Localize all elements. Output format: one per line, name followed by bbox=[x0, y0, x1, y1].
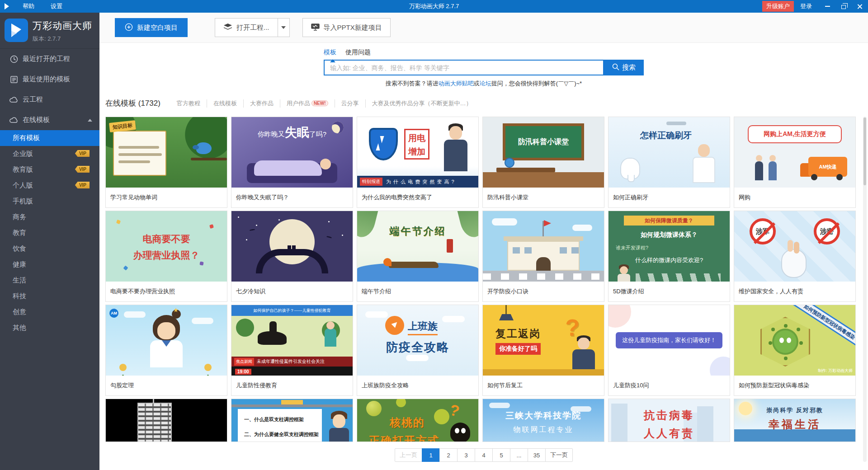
template-card[interactable]: ? 核桃的 正确打开方式 bbox=[357, 399, 479, 442]
template-card[interactable]: 涉军 涉密 维护国家安全，人人有责 bbox=[734, 211, 856, 302]
app-logo-block: 万彩动画大师 版本: 2.7.7 bbox=[0, 13, 99, 49]
sidebar-category-education[interactable]: 教育 bbox=[0, 225, 99, 241]
thumb-text: 特别报道 bbox=[360, 178, 382, 186]
sidebar-item-online-templates[interactable]: 在线模板 bbox=[0, 110, 99, 130]
thumb-text: 三峡大学科技学院 bbox=[483, 410, 604, 422]
search-input[interactable] bbox=[324, 60, 604, 75]
sidebar-category-personal[interactable]: 个人版VIP bbox=[0, 178, 99, 193]
template-card[interactable] bbox=[105, 399, 227, 442]
scrollbar-track[interactable] bbox=[863, 117, 867, 462]
tieba-link[interactable]: 动画大师贴吧 bbox=[439, 80, 474, 87]
sidebar-item-cloud-projects[interactable]: 云工程 bbox=[0, 89, 99, 110]
template-card[interactable]: 用电增加 特别报道 为 什 么 电 费 突 然 变 高 ? 为什么我的电费突然变… bbox=[357, 117, 479, 208]
online-templates-count: 在线模板 (1732) bbox=[105, 98, 160, 108]
sidebar-category-life[interactable]: 生活 bbox=[0, 273, 99, 288]
sidebar-item-recent-templates[interactable]: 最近使用的模板 bbox=[0, 69, 99, 89]
sidebar-category-creative[interactable]: 创意 bbox=[0, 304, 99, 320]
decor bbox=[118, 153, 162, 156]
pagination-prev[interactable]: 上一页 bbox=[395, 448, 422, 462]
hint-text: 搜索不到答案？请进 bbox=[386, 80, 439, 87]
template-card[interactable]: 抗击病毒 人人有责 bbox=[608, 399, 730, 442]
filter-contest-works[interactable]: 大赛作品 bbox=[243, 99, 280, 108]
category-label: 健康 bbox=[13, 260, 26, 269]
template-card[interactable]: 端午节介绍 端午节介绍 bbox=[357, 211, 479, 302]
pagination-page-2[interactable]: 2 bbox=[439, 448, 458, 462]
pagination-page-1[interactable]: 1 bbox=[422, 448, 440, 462]
menu-settings[interactable]: 设置 bbox=[42, 0, 71, 13]
pagination-ellipsis[interactable]: ... bbox=[510, 448, 528, 462]
template-card[interactable]: 这份儿童防疫指南，家长们请收好！ 儿童防疫10问 bbox=[608, 305, 730, 396]
sidebar-category-food[interactable]: 饮食 bbox=[0, 241, 99, 257]
sidebar-category-mobile[interactable]: 手机版 bbox=[0, 193, 99, 209]
filter-online-templates[interactable]: 在线模板 bbox=[207, 99, 243, 108]
thumb-text: 为 什 么 电 费 突 然 变 高 ? bbox=[386, 179, 455, 185]
pagination-page-35[interactable]: 35 bbox=[528, 448, 546, 462]
sidebar-category-enterprise[interactable]: 企业版VIP bbox=[0, 146, 99, 162]
sidebar-category-health[interactable]: 健康 bbox=[0, 257, 99, 273]
sidebar-category-technology[interactable]: 科技 bbox=[0, 288, 99, 304]
vip-badge: VIP bbox=[75, 166, 90, 173]
template-card[interactable]: 开学防疫小口诀 bbox=[482, 211, 604, 302]
filter-official-tutorials[interactable]: 官方教程 bbox=[170, 99, 207, 108]
sidebar-category-other[interactable]: 其他 bbox=[0, 320, 99, 336]
search-button[interactable]: 搜索 bbox=[604, 60, 644, 75]
template-card[interactable]: 如何保障微课质量？ 如何规划微课体系？ 谁来开发课程? 什么样的微课内容受欢迎?… bbox=[608, 211, 730, 302]
sidebar-item-label: 云工程 bbox=[23, 95, 43, 104]
template-card[interactable]: 电商要不要办理营业执照？ 电商要不要办理营业执照 bbox=[105, 211, 227, 302]
filter-bar: 在线模板 (1732) 官方教程 在线模板 大赛作品 用户作品NEW! 云分享 … bbox=[99, 91, 868, 114]
filter-user-works[interactable]: 用户作品NEW! bbox=[280, 99, 335, 108]
bird-decor bbox=[250, 229, 255, 231]
pagination-page-3[interactable]: 3 bbox=[457, 448, 475, 462]
template-card[interactable]: 七夕冷知识 bbox=[231, 211, 353, 302]
sidebar-category-all[interactable]: 所有模板 bbox=[0, 130, 99, 146]
minimize-button[interactable] bbox=[819, 0, 835, 13]
sidebar-category-business[interactable]: 商务 bbox=[0, 209, 99, 225]
template-thumbnail: 网购上AM,生活更方便 AM快递 bbox=[734, 117, 855, 188]
import-pptx-button[interactable]: 导入PPTX新建项目 bbox=[302, 18, 391, 37]
template-title: 勾股定理 bbox=[106, 376, 227, 395]
tab-usage-question[interactable]: 使用问题 bbox=[345, 48, 371, 56]
template-card[interactable]: 三峡大学科技学院 物联网工程专业 bbox=[482, 399, 604, 442]
upgrade-account-button[interactable]: 升级账户 bbox=[762, 1, 794, 12]
template-card[interactable]: 复工返岗 你准备好了吗 ? 如何节后复工 bbox=[482, 305, 604, 396]
pagination-page-5[interactable]: 5 bbox=[492, 448, 510, 462]
filter-contest-share[interactable]: 大赛及优秀作品分享（不断更新中…） bbox=[365, 99, 478, 108]
open-project-dropdown-button[interactable] bbox=[278, 18, 290, 37]
open-project-button[interactable]: 打开工程... bbox=[215, 18, 278, 37]
pagination-next[interactable]: 下一页 bbox=[545, 448, 573, 462]
scrollbar-thumb[interactable] bbox=[863, 118, 866, 185]
menu-help[interactable]: 帮助 bbox=[14, 0, 42, 13]
mouse-decor bbox=[781, 249, 807, 278]
person-decor bbox=[769, 161, 777, 180]
thumb-text: 你准备好了吗 bbox=[495, 343, 541, 355]
template-card[interactable]: 防汛科普小课堂 防汛科普小课堂 bbox=[482, 117, 604, 208]
thumb-text: 防汛科普小课堂 bbox=[503, 123, 584, 160]
template-card[interactable]: 怎样正确刷牙 如何正确刷牙 bbox=[608, 117, 730, 208]
template-card[interactable]: 如何保护自己的孩子？——儿童性侵犯教育 焦点新闻 未成年遭性侵案件引发全社会关注… bbox=[231, 305, 353, 396]
thumb-text: 谁来开发课程? bbox=[616, 244, 648, 251]
forum-link[interactable]: 论坛 bbox=[480, 80, 491, 87]
template-card[interactable]: 一、什么是双支柱调控框架 二、为什么要健全双支柱调控框架 三、如何健全双支柱调控… bbox=[231, 399, 353, 442]
login-button[interactable]: 登录 bbox=[800, 2, 812, 10]
flower-decor bbox=[119, 364, 127, 371]
filter-label: 大赛作品 bbox=[250, 99, 274, 108]
template-card[interactable]: AM 勾股定理 bbox=[105, 305, 227, 396]
restore-button[interactable] bbox=[835, 0, 852, 13]
new-blank-project-button[interactable]: 新建空白项目 bbox=[115, 18, 188, 37]
thumb-text: 用电增加 bbox=[404, 129, 429, 160]
tab-template-search[interactable]: 模板 bbox=[324, 48, 336, 56]
collapse-caret-icon[interactable] bbox=[88, 119, 92, 122]
sidebar-category-education-edition[interactable]: 教育版VIP bbox=[0, 162, 99, 178]
template-card[interactable]: 你昨晚又失眠了吗? 你昨晚又失眠了吗？ bbox=[231, 117, 353, 208]
pagination-page-4[interactable]: 4 bbox=[475, 448, 493, 462]
close-button[interactable] bbox=[852, 0, 868, 13]
template-card[interactable]: 如何预防新型冠状病毒感染 制作: 万彩动画大师 如何预防新型冠状病毒感染 bbox=[734, 305, 856, 396]
template-card[interactable]: 知识目标 学习常见动物单词 bbox=[105, 117, 227, 208]
template-card[interactable]: 上班族 防疫全攻略 上班族防疫全攻略 bbox=[357, 305, 479, 396]
template-title: 端午节介绍 bbox=[357, 282, 478, 301]
filter-cloud-share[interactable]: 云分享 bbox=[335, 99, 365, 108]
sidebar-item-recent-projects[interactable]: 最近打开的工程 bbox=[0, 49, 99, 69]
search-section: 模板 使用问题 搜索 搜索不到答案？请进动画大师贴吧或论坛提问，您会很快得到解答… bbox=[99, 43, 868, 91]
template-card[interactable]: 崇尚科学 反对邪教 幸福生活 bbox=[734, 399, 856, 442]
template-card[interactable]: 网购上AM,生活更方便 AM快递 网购 bbox=[734, 117, 856, 208]
